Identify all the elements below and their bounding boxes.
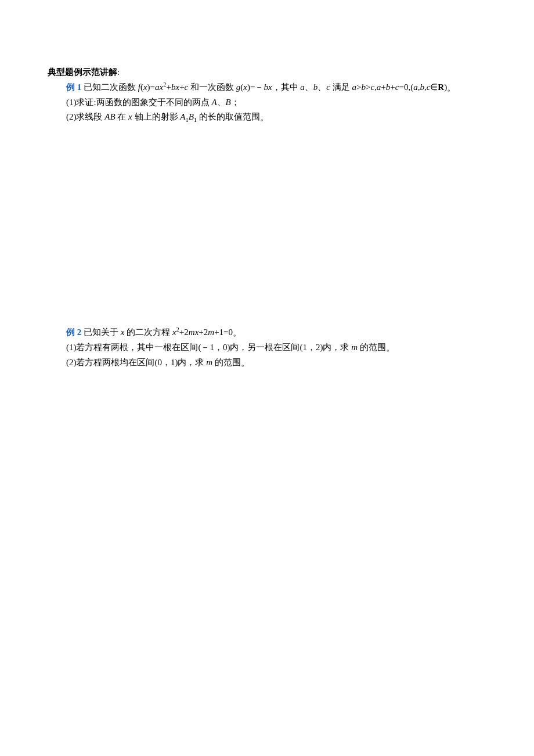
point-B1-b: B — [189, 112, 194, 121]
text-2: 和一次函数 — [188, 82, 236, 92]
sep: 、 — [217, 98, 226, 107]
segment-AB: AB — [104, 112, 115, 121]
example-2: 例 2 已知关于 x 的二次方程 x2+2mx+2m+1=0。 — [66, 325, 499, 340]
plus-4: + — [390, 82, 395, 92]
var-m: m — [351, 343, 358, 352]
var-m: m — [206, 358, 212, 367]
text: (1)若方程有两根，其中一根在区间(－1，0)内，另一根在区间(1，2)内，求 — [66, 343, 351, 352]
var-x-2: x — [243, 82, 247, 92]
spacer — [48, 125, 499, 325]
text: 已知关于 — [84, 327, 121, 337]
rparen-eq: )= — [147, 82, 155, 92]
example-label: 例 2 — [66, 327, 84, 337]
var-mx: mx — [189, 327, 199, 337]
rparen-eq-neg: )=－ — [247, 82, 264, 92]
text: 已知二次函数 — [84, 82, 138, 92]
var-b-2: b — [361, 82, 366, 92]
text: (1)求证:两函数的图象交于不同的两点 — [66, 98, 211, 107]
var-c-2: c — [326, 82, 330, 92]
text-2: 在 — [116, 112, 129, 121]
text-3: ，其中 — [272, 82, 301, 92]
plus-2: + — [179, 82, 184, 92]
example-1: 例 1 已知二次函数 f(x)=ax2+bx+c 和一次函数 g(x)=－bx，… — [66, 80, 499, 95]
period-icon: 。 — [241, 358, 250, 368]
eq-zero-lparen: =0,( — [399, 82, 413, 92]
text-2: 的二次方程 — [124, 327, 172, 337]
section-title-text: 典型题例示范讲解 — [48, 67, 117, 77]
plus-2: +2 — [179, 327, 189, 337]
text-4: 的长的取值范围 — [197, 112, 260, 121]
text-4: 满足 — [330, 82, 352, 92]
semicolon: ； — [231, 98, 240, 107]
point-B: B — [226, 98, 231, 107]
example-2-part-1: (1)若方程有两根，其中一根在区间(－1，0)内，另一根在区间(1，2)内，求 … — [66, 340, 499, 355]
text: (2)若方程两根均在区间(0，1)内，求 — [66, 358, 206, 367]
problem-section: 典型题例示范讲解: 例 1 已知二次函数 f(x)=ax2+bx+c 和一次函数… — [48, 65, 499, 371]
var-bx: bx — [171, 82, 179, 92]
var-x-2: x — [172, 327, 176, 337]
example-label: 例 1 — [66, 82, 84, 92]
colon-icon: : — [117, 67, 120, 77]
point-A: A — [211, 98, 217, 107]
var-a: a — [300, 82, 305, 92]
text-2: 的范围 — [212, 358, 241, 367]
plus-3: + — [381, 82, 385, 92]
text-3: 轴上的射影 — [132, 112, 181, 121]
sep-1: 、 — [305, 82, 313, 92]
in-symbol: ∈ — [430, 82, 438, 92]
var-x: x — [128, 112, 132, 121]
plus-2b: +2 — [199, 327, 208, 337]
text-2: 的范围 — [358, 343, 386, 352]
var-x: x — [143, 82, 147, 92]
period-icon: 。 — [447, 82, 456, 92]
var-m: m — [208, 327, 214, 337]
period-icon: 。 — [260, 113, 269, 122]
set-R: R — [438, 82, 444, 92]
plus: + — [166, 82, 171, 92]
example-1-part-2: (2)求线段 AB 在 x 轴上的射影 A1B1 的长的取值范围。 — [66, 110, 499, 125]
period-icon: 。 — [233, 327, 241, 337]
period-icon: 。 — [386, 343, 395, 352]
var-bx-2: bx — [264, 82, 272, 92]
example-2-part-2: (2)若方程两根均在区间(0，1)内，求 m 的范围。 — [66, 355, 499, 370]
var-b-4: b — [420, 82, 424, 92]
text: (2)求线段 — [66, 112, 104, 121]
var-ax: ax — [155, 82, 163, 92]
plus-1-eq-0: +1=0 — [214, 327, 233, 337]
example-1-part-1: (1)求证:两函数的图象交于不同的两点 A、B； — [66, 95, 499, 110]
section-title: 典型题例示范讲解: — [48, 65, 499, 80]
var-a-4: a — [413, 82, 418, 92]
var-a-2: a — [352, 82, 357, 92]
sep-2: 、 — [317, 82, 326, 92]
